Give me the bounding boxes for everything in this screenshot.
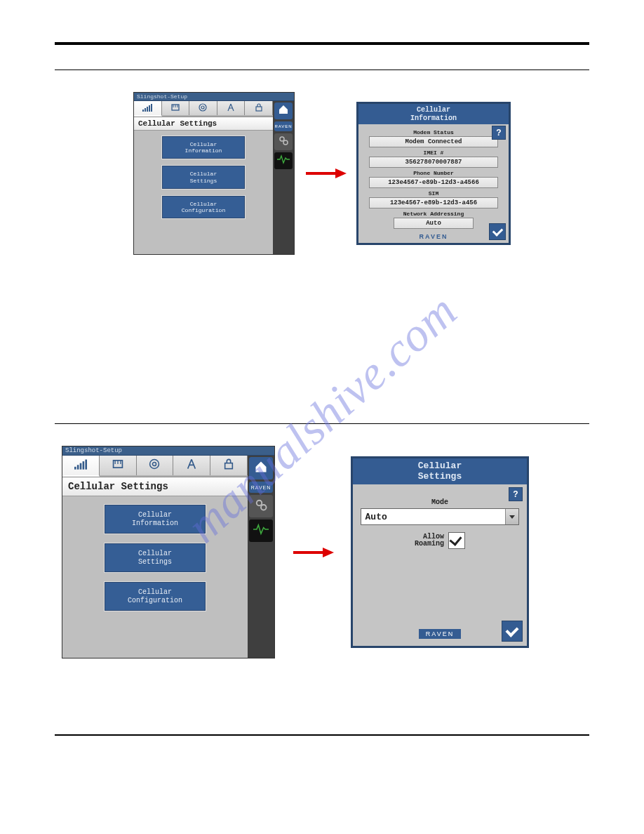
screen-heading: Cellular Settings xyxy=(62,477,248,496)
panel-title: Cellular Information xyxy=(358,104,509,124)
footer-doc xyxy=(587,739,589,746)
svg-rect-16 xyxy=(74,467,76,470)
device-tabs xyxy=(134,101,273,117)
modem-status-label: Modem Status xyxy=(364,129,503,135)
window-titlebar: Slingshot-Setup xyxy=(62,446,274,456)
diagnostics-sidebar-button[interactable] xyxy=(249,519,273,542)
svg-point-26 xyxy=(153,462,156,465)
network-addressing-value: Auto xyxy=(394,218,474,229)
device-sidebar: RAVEN xyxy=(273,101,294,254)
sim-value: 123e4567-e89b-12d3-a456 xyxy=(369,197,498,208)
home-icon xyxy=(278,105,289,118)
tab-lock[interactable] xyxy=(245,101,273,115)
section-title-info xyxy=(55,76,589,88)
panel-title: Cellular Settings xyxy=(353,458,527,485)
phone-value: 123e4567-e89b-12d3-a4566 xyxy=(369,177,498,188)
window-titlebar: Slingshot-Setup xyxy=(134,93,294,101)
svg-point-13 xyxy=(283,140,288,145)
panel-title-line2: Information xyxy=(358,114,509,123)
confirm-button[interactable] xyxy=(489,223,506,240)
tab-ethernet[interactable] xyxy=(100,456,137,475)
lock-icon xyxy=(223,458,234,472)
mode-label: Mode xyxy=(360,498,520,506)
arrow-icon xyxy=(285,546,341,559)
svg-rect-27 xyxy=(225,463,233,469)
waveform-icon xyxy=(277,154,290,168)
chevron-down-icon xyxy=(505,509,518,524)
phone-label: Phone Number xyxy=(364,170,503,176)
svg-point-9 xyxy=(199,104,206,111)
svg-point-12 xyxy=(280,137,284,141)
svg-rect-18 xyxy=(80,463,82,470)
home-icon xyxy=(254,461,268,477)
raven-brand-button[interactable]: RAVEN xyxy=(274,121,293,131)
waveform-icon xyxy=(253,523,269,539)
arrow-icon xyxy=(304,167,347,180)
confirm-button[interactable] xyxy=(502,621,523,642)
signal-icon xyxy=(142,103,152,114)
description-text-settings xyxy=(55,666,589,715)
help-button[interactable]: ? xyxy=(492,126,506,140)
tab-lock[interactable] xyxy=(210,456,248,475)
svg-point-10 xyxy=(201,106,204,109)
cellular-information-button[interactable]: Cellular Information xyxy=(162,136,245,159)
description-text-info xyxy=(55,262,589,402)
svg-rect-2 xyxy=(147,107,148,112)
sim-label: SIM xyxy=(364,190,503,197)
gear-icon xyxy=(278,135,289,150)
wireless-icon xyxy=(198,103,208,114)
mode-value: Auto xyxy=(365,512,387,522)
allow-roaming-label: Allow Roaming xyxy=(415,534,444,548)
ethernet-icon xyxy=(112,458,124,472)
svg-rect-4 xyxy=(151,104,152,112)
diagnostics-sidebar-button[interactable] xyxy=(274,152,293,169)
settings-sidebar-button[interactable] xyxy=(249,495,273,517)
tab-ethernet[interactable] xyxy=(162,101,190,115)
gear-icon xyxy=(254,498,268,515)
chapter-number xyxy=(587,48,589,55)
footer-page xyxy=(55,739,57,746)
svg-rect-17 xyxy=(77,465,79,469)
svg-rect-19 xyxy=(82,461,84,470)
cellular-information-panel: Cellular Information ? Modem Status Mode… xyxy=(356,102,511,245)
tab-compass[interactable] xyxy=(173,456,210,475)
raven-brand-label: RAVEN xyxy=(364,233,503,240)
panel-title-line2: Settings xyxy=(353,472,527,482)
screen-heading: Cellular Settings xyxy=(134,117,273,131)
tab-wireless[interactable] xyxy=(137,456,174,475)
compass-icon xyxy=(227,103,235,114)
panel-title-line1: Cellular xyxy=(353,461,527,472)
raven-brand-label: RAVEN xyxy=(419,629,461,639)
svg-rect-11 xyxy=(256,107,262,111)
tab-signal[interactable] xyxy=(134,101,162,117)
tab-compass[interactable] xyxy=(217,101,246,115)
svg-point-25 xyxy=(150,460,159,469)
tab-signal[interactable] xyxy=(62,456,100,477)
lock-icon xyxy=(255,103,263,114)
section-title-settings xyxy=(55,430,589,442)
home-button[interactable] xyxy=(274,102,293,119)
cellular-settings-panel: Cellular Settings ? Mode Auto Allow Roam… xyxy=(351,456,529,649)
cellular-configuration-button[interactable]: Cellular Configuration xyxy=(105,582,206,611)
home-button[interactable] xyxy=(249,457,273,479)
ethernet-icon xyxy=(170,103,180,114)
allow-roaming-checkbox[interactable] xyxy=(448,532,465,549)
settings-sidebar-button[interactable] xyxy=(274,133,293,150)
device-screenshot-menu-large: Slingshot-Setup xyxy=(62,446,275,658)
cellular-settings-button[interactable]: Cellular Settings xyxy=(162,166,245,188)
svg-point-28 xyxy=(257,500,262,505)
mode-select[interactable]: Auto xyxy=(361,508,520,525)
tab-wireless[interactable] xyxy=(189,101,217,115)
svg-marker-31 xyxy=(323,548,334,557)
cellular-configuration-button[interactable]: Cellular Configuration xyxy=(162,196,245,218)
imei-value: 356278070007887 xyxy=(369,157,498,168)
wireless-icon xyxy=(148,458,161,472)
help-button[interactable]: ? xyxy=(509,487,523,501)
modem-status-value: Modem Connected xyxy=(369,136,498,147)
cellular-settings-button[interactable]: Cellular Settings xyxy=(105,543,206,572)
cellular-information-button[interactable]: Cellular Information xyxy=(105,505,206,534)
device-sidebar: RAVEN xyxy=(248,456,274,658)
svg-rect-0 xyxy=(142,110,144,112)
svg-marker-15 xyxy=(335,168,347,178)
raven-brand-button[interactable]: RAVEN xyxy=(249,482,273,493)
